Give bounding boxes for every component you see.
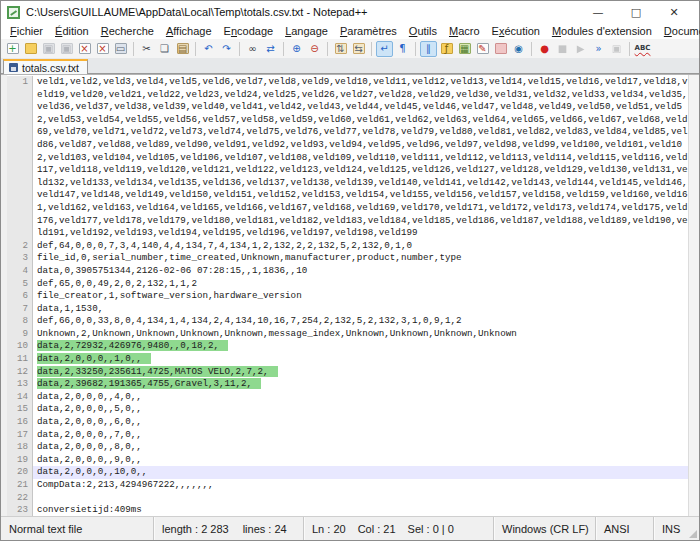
line-number[interactable]: 19 bbox=[7, 454, 33, 467]
line-text[interactable]: data,2,72932,426976,9480,,0,18,2, bbox=[33, 340, 688, 353]
maximize-button[interactable]: □ bbox=[617, 2, 655, 22]
word-wrap-icon[interactable]: ↵ bbox=[376, 41, 393, 57]
line-number[interactable]: 4 bbox=[7, 265, 33, 278]
line-text[interactable]: data,2,0,0,0,,9,0,, bbox=[33, 454, 688, 467]
menu-documents[interactable]: Documents bbox=[658, 24, 700, 38]
copy-icon[interactable]: ❏ bbox=[156, 41, 173, 57]
editor-line[interactable]: 22 bbox=[7, 492, 688, 505]
menu-ex-cution[interactable]: Exécution bbox=[486, 24, 546, 38]
editor-line[interactable]: 3file_id,0,serial_number,time_created,Un… bbox=[7, 252, 688, 265]
function-list-icon[interactable]: ƒ bbox=[438, 41, 455, 57]
editor-lines[interactable]: 1veld1,veld2,veld3,veld4,veld5,veld6,vel… bbox=[7, 75, 688, 516]
save-icon[interactable]: ▣ bbox=[40, 41, 57, 57]
status-encoding[interactable]: ANSI bbox=[595, 517, 653, 540]
line-number[interactable]: 16 bbox=[7, 416, 33, 429]
find-icon[interactable]: ∞ bbox=[244, 41, 261, 57]
menu-param-tres[interactable]: Paramètres bbox=[334, 24, 403, 38]
spell-check-icon[interactable]: ABC bbox=[634, 41, 651, 57]
editor-line[interactable]: 6file_creator,1,software_version,hardwar… bbox=[7, 290, 688, 303]
redo-icon[interactable]: ↷ bbox=[218, 41, 235, 57]
line-text[interactable]: data,2,0,0,0,,10,0,, bbox=[33, 466, 688, 479]
cut-icon[interactable]: ✂ bbox=[138, 41, 155, 57]
undo-icon[interactable]: ↶ bbox=[200, 41, 217, 57]
line-text[interactable]: data,0,3905751344,2126-02-06 07:28:15,,1… bbox=[33, 265, 688, 278]
line-text[interactable]: Unknown,2,Unknown,Unknown,Unknown,Unknow… bbox=[33, 328, 688, 341]
line-number[interactable]: 5 bbox=[7, 278, 33, 291]
menu-modules-d-extension[interactable]: Modules d'extension bbox=[546, 24, 658, 38]
line-number[interactable]: 23 bbox=[7, 504, 33, 516]
line-text[interactable]: def,64,0,0,0,7,3,4,140,4,4,134,7,4,134,1… bbox=[33, 240, 688, 253]
line-text[interactable] bbox=[33, 492, 688, 505]
editor-line[interactable]: 2def,64,0,0,0,7,3,4,140,4,4,134,7,4,134,… bbox=[7, 240, 688, 253]
line-number[interactable]: 10 bbox=[7, 340, 33, 353]
menu-encodage[interactable]: Encodage bbox=[218, 24, 280, 38]
tab-totals-csv-txt[interactable]: totals.csv.txt bbox=[3, 59, 88, 74]
editor-line[interactable]: 11data,2,0,0,0,,1,0,, bbox=[7, 353, 688, 366]
line-number[interactable]: 9 bbox=[7, 328, 33, 341]
document-list-icon[interactable]: ✎ bbox=[474, 41, 491, 57]
line-number[interactable]: 15 bbox=[7, 403, 33, 416]
line-text[interactable]: data,2,0,0,0,,8,0,, bbox=[33, 441, 688, 454]
line-number[interactable]: 13 bbox=[7, 378, 33, 391]
line-text[interactable]: def,66,0,0,33,8,0,4,134,1,4,134,2,4,134,… bbox=[33, 315, 688, 328]
editor-line[interactable]: 1veld1,veld2,veld3,veld4,veld5,veld6,vel… bbox=[7, 76, 688, 240]
editor-line[interactable]: 15data,2,0,0,0,,5,0,, bbox=[7, 403, 688, 416]
find-replace-icon[interactable]: ⇄ bbox=[262, 41, 279, 57]
macro-stop-icon[interactable]: ■ bbox=[554, 41, 571, 57]
line-number[interactable]: 17 bbox=[7, 429, 33, 442]
line-text[interactable]: data,2,33250,235611,4725,MATOS VELO,2,7,… bbox=[33, 366, 688, 379]
menu-recherche[interactable]: Recherche bbox=[95, 24, 160, 38]
line-number[interactable]: 12 bbox=[7, 366, 33, 379]
line-text[interactable]: data,2,39682,191365,4755,Gravel,3,11,2, bbox=[33, 378, 688, 391]
sync-vertical-scroll-icon[interactable]: ⇅ bbox=[332, 41, 349, 57]
macro-save-icon[interactable]: ▣ bbox=[608, 41, 625, 57]
close-button[interactable]: ✕ bbox=[655, 2, 693, 22]
paste-icon[interactable]: ▤ bbox=[174, 41, 191, 57]
line-number[interactable]: 22 bbox=[7, 492, 33, 505]
line-number[interactable]: 7 bbox=[7, 303, 33, 316]
view-in-browser-eye-icon[interactable]: ◉ bbox=[510, 41, 527, 57]
editor-pane[interactable]: 1veld1,veld2,veld3,veld4,veld5,veld6,vel… bbox=[1, 74, 699, 516]
menu-fichier[interactable]: Fichier bbox=[4, 24, 49, 38]
editor-line[interactable]: 19data,2,0,0,0,,9,0,, bbox=[7, 454, 688, 467]
macro-play-icon[interactable]: ▶ bbox=[572, 41, 589, 57]
editor-line[interactable]: 5def,65,0,0,49,2,0,2,132,1,1,2 bbox=[7, 278, 688, 291]
line-text[interactable]: data,2,0,0,0,,7,0,, bbox=[33, 429, 688, 442]
print-icon[interactable]: ▭ bbox=[112, 41, 129, 57]
line-text[interactable]: file_id,0,serial_number,time_created,Unk… bbox=[33, 252, 688, 265]
zoom-in-icon[interactable]: ⊕ bbox=[288, 41, 305, 57]
sync-horizontal-scroll-icon[interactable]: ⇆ bbox=[350, 41, 367, 57]
menu--dition[interactable]: Édition bbox=[49, 24, 95, 38]
menu-macro[interactable]: Macro bbox=[443, 24, 486, 38]
line-text[interactable]: conversietijd:409ms bbox=[33, 504, 688, 516]
macro-run-multiple-icon[interactable]: » bbox=[590, 41, 607, 57]
line-text[interactable]: data,2,0,0,0,,4,0,, bbox=[33, 391, 688, 404]
line-number[interactable]: 2 bbox=[7, 240, 33, 253]
line-text[interactable]: def,65,0,0,49,2,0,2,132,1,1,2 bbox=[33, 278, 688, 291]
editor-line[interactable]: 8def,66,0,0,33,8,0,4,134,1,4,134,2,4,134… bbox=[7, 315, 688, 328]
editor-line[interactable]: 12data,2,33250,235611,4725,MATOS VELO,2,… bbox=[7, 366, 688, 379]
line-text[interactable]: file_creator,1,software_version,hardware… bbox=[33, 290, 688, 303]
line-text[interactable]: data,2,0,0,0,,6,0,, bbox=[33, 416, 688, 429]
line-number[interactable]: 18 bbox=[7, 441, 33, 454]
line-number[interactable]: 20 bbox=[7, 466, 33, 479]
editor-line[interactable]: 9Unknown,2,Unknown,Unknown,Unknown,Unkno… bbox=[7, 328, 688, 341]
indent-guide-icon[interactable]: ∥ bbox=[420, 41, 437, 57]
resize-grip[interactable] bbox=[687, 517, 699, 540]
line-number[interactable]: 3 bbox=[7, 252, 33, 265]
line-text[interactable]: veld1,veld2,veld3,veld4,veld5,veld6,veld… bbox=[33, 76, 688, 240]
zoom-out-icon[interactable]: ⊖ bbox=[306, 41, 323, 57]
menu-langage[interactable]: Langage bbox=[279, 24, 334, 38]
folder-as-workspace-icon[interactable] bbox=[492, 41, 509, 57]
line-number[interactable]: 11 bbox=[7, 353, 33, 366]
menu-outils[interactable]: Outils bbox=[403, 24, 443, 38]
editor-line[interactable]: 23conversietijd:409ms bbox=[7, 504, 688, 516]
editor-line[interactable]: 13data,2,39682,191365,4755,Gravel,3,11,2… bbox=[7, 378, 688, 391]
show-all-characters-icon[interactable]: ¶ bbox=[394, 41, 411, 57]
close-file-icon[interactable]: × bbox=[76, 41, 93, 57]
editor-line[interactable]: 16data,2,0,0,0,,6,0,, bbox=[7, 416, 688, 429]
document-map-icon[interactable]: ▦ bbox=[456, 41, 473, 57]
menu-affichage[interactable]: Affichage bbox=[160, 24, 218, 38]
line-text[interactable]: data,1,1530, bbox=[33, 303, 688, 316]
macro-record-icon[interactable]: ● bbox=[536, 41, 553, 57]
